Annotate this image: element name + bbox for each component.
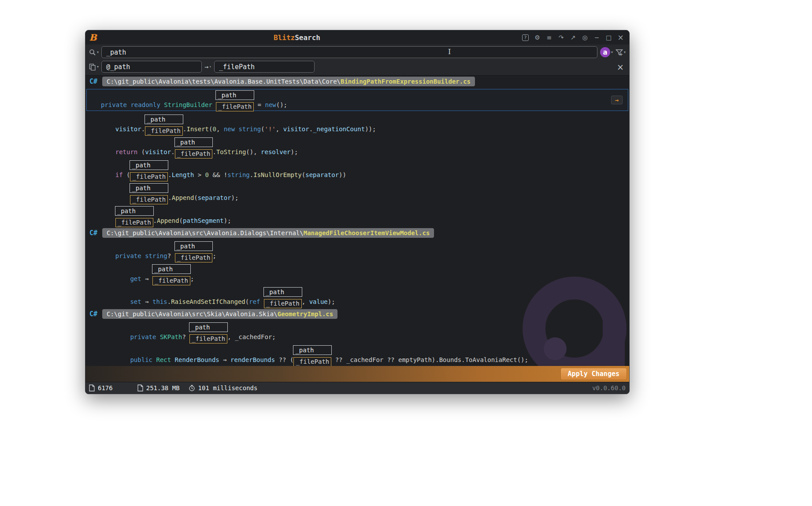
result-line[interactable]: return (visitor._path_filePath.ToString(… xyxy=(85,137,629,157)
original-text-badge: _path xyxy=(130,183,168,193)
memory-item: 251.38 MB xyxy=(137,384,180,392)
replacement-text-badge: _filePath xyxy=(293,357,331,366)
result-file-header[interactable]: C#C:\git_public\Avalonia\src\Skia\Avalon… xyxy=(85,309,629,319)
result-line[interactable]: if (_path_filePath.Length > 0 && !string… xyxy=(85,159,629,180)
match-replacement: _path_filePath xyxy=(130,170,168,181)
match-replacement: _path_filePath xyxy=(293,355,331,366)
redo-icon[interactable]: ↷ xyxy=(555,30,567,44)
arrow-right-icon: → xyxy=(204,63,208,71)
original-text-badge: _path xyxy=(293,345,332,355)
menu-icon[interactable]: ≡ xyxy=(543,30,555,44)
replacement-text-badge: _filePath xyxy=(175,149,213,159)
file-dir: C:\git_public\Avalonia\src\Skia\Avalonia… xyxy=(107,310,278,318)
result-line[interactable]: _path_filePath.Append(pathSegment); xyxy=(85,205,629,225)
scope-selector-button[interactable]: a ▾ xyxy=(600,47,613,57)
original-text-badge: _path xyxy=(130,160,168,170)
replace-to-input[interactable] xyxy=(214,61,315,73)
chevron-down-icon: ▾ xyxy=(624,50,626,54)
original-text-badge: _path xyxy=(189,322,228,332)
app-logo-icon: B xyxy=(85,32,100,43)
search-mode-button[interactable]: ▾ xyxy=(89,49,99,56)
match-replacement: _path_filePath xyxy=(264,297,302,308)
original-text-badge: _path xyxy=(263,287,302,297)
duration-item: 101 milliseconds xyxy=(189,384,258,392)
replacement-text-badge: _filePath xyxy=(264,299,302,308)
minimize-button[interactable]: − xyxy=(591,30,603,44)
memory-usage: 251.38 MB xyxy=(146,384,180,392)
search-row: ▾ a ▾ + ▾ I xyxy=(89,45,626,59)
match-replacement: _path_filePath xyxy=(115,216,153,227)
result-line[interactable]: public Rect RenderBounds ⇒ renderBounds … xyxy=(85,344,629,365)
result-line[interactable]: visitor._path_filePath.Insert(0, new str… xyxy=(85,114,629,134)
replacement-text-badge: _filePath xyxy=(145,126,183,136)
maximize-button[interactable]: □ xyxy=(603,30,615,44)
match-count: 6176 xyxy=(98,384,113,392)
csharp-file-icon: C# xyxy=(87,229,100,237)
copy-pages-icon xyxy=(89,63,96,70)
replacement-text-badge: _filePath xyxy=(152,276,190,285)
status-bar: 6176 251.38 MB 101 milliseconds v0.0.60.… xyxy=(85,382,629,394)
globe-icon[interactable]: ◎ xyxy=(579,30,591,44)
document-icon xyxy=(137,384,143,392)
replace-direction-button[interactable]: → ▾ xyxy=(204,63,211,71)
file-path: C:\git_public\Avalonia\src\Skia\Avalonia… xyxy=(102,309,337,319)
result-line[interactable]: get ⇒ _path_filePath; xyxy=(85,263,629,284)
csharp-file-icon: C# xyxy=(87,78,100,85)
replace-mode-button[interactable]: ▾ xyxy=(89,63,99,70)
chevron-down-icon: ▾ xyxy=(209,65,211,69)
title-accent: Blitz xyxy=(274,33,295,42)
close-button[interactable]: × xyxy=(615,30,627,44)
replacement-text-badge: _filePath xyxy=(216,102,254,111)
settings-gear-icon[interactable]: ⚙ xyxy=(531,30,543,44)
filter-button[interactable]: + ▾ xyxy=(615,49,626,56)
original-text-badge: _path xyxy=(145,114,183,124)
window-title: BlitzSearch xyxy=(85,33,508,42)
match-replacement: _path_filePath xyxy=(216,100,254,111)
match-replacement: _path_filePath xyxy=(130,193,168,204)
file-name: BindingPathFromExpressionBuilder.cs xyxy=(341,78,471,85)
original-text-badge: _path xyxy=(174,241,213,251)
file-path: C:\git_public\Avalonia\src\Avalonia.Dial… xyxy=(102,228,434,238)
file-dir: C:\git_public\Avalonia\tests\Avalonia.Ba… xyxy=(107,78,341,85)
title-rest: Search xyxy=(295,33,320,42)
version-label: v0.0.60.0 xyxy=(592,384,626,392)
apply-bar: Apply Changes xyxy=(85,366,629,382)
match-replacement: _path_filePath xyxy=(152,274,190,285)
replacement-text-badge: _filePath xyxy=(130,195,168,204)
chevron-down-icon: ▾ xyxy=(611,50,613,54)
titlebar-icons: ? ⚙ ≡ ↷ ↗ ◎ − □ × xyxy=(519,30,629,44)
result-line[interactable]: private readonly StringBuilder _path_fil… xyxy=(87,89,628,111)
file-path: C:\git_public\Avalonia\tests\Avalonia.Ba… xyxy=(102,77,475,86)
file-name: GeometryImpl.cs xyxy=(278,310,333,318)
replace-row: ▾ → ▾ × xyxy=(89,59,626,74)
replacement-text-badge: _filePath xyxy=(115,218,153,227)
search-panel: ▾ a ▾ + ▾ I ▾ → ▾ xyxy=(85,44,629,76)
csharp-file-icon: C# xyxy=(87,310,100,318)
pin-icon[interactable]: ↗ xyxy=(567,30,579,44)
replacement-text-badge: _filePath xyxy=(175,253,213,262)
titlebar: B BlitzSearch ? ⚙ ≡ ↷ ↗ ◎ − □ × xyxy=(85,30,629,44)
search-duration: 101 milliseconds xyxy=(198,384,258,392)
apply-changes-button[interactable]: Apply Changes xyxy=(560,368,627,380)
match-replacement: _path_filePath xyxy=(145,124,183,136)
result-file-header[interactable]: C#C:\git_public\Avalonia\src\Avalonia.Di… xyxy=(85,228,629,238)
clock-icon xyxy=(189,385,195,392)
result-line[interactable]: private SKPath? _path_filePath, _cachedF… xyxy=(85,321,629,342)
results-list: C#C:\git_public\Avalonia\tests\Avalonia.… xyxy=(85,76,629,384)
help-icon[interactable]: ? xyxy=(522,34,529,41)
original-text-badge: _path xyxy=(215,90,254,100)
result-line[interactable]: private string? _path_filePath; xyxy=(85,240,629,261)
result-file-header[interactable]: C#C:\git_public\Avalonia\tests\Avalonia.… xyxy=(85,77,629,86)
result-line[interactable]: set ⇒ this.RaiseAndSetIfChanged(ref _pat… xyxy=(85,286,629,307)
replacement-text-badge: _filePath xyxy=(130,172,168,181)
match-replacement: _path_filePath xyxy=(189,332,227,343)
close-replace-icon[interactable]: × xyxy=(615,62,626,72)
selected-result-row[interactable]: private readonly StringBuilder _path_fil… xyxy=(86,89,628,111)
filter-add-icon: + xyxy=(619,52,623,57)
match-replacement: _path_filePath xyxy=(175,251,213,262)
result-line[interactable]: _path_filePath.Append(separator); xyxy=(85,182,629,203)
search-query-input[interactable] xyxy=(101,46,597,58)
search-icon xyxy=(89,49,96,56)
chevron-down-icon: ▾ xyxy=(97,50,99,54)
replace-from-input[interactable] xyxy=(101,61,202,73)
